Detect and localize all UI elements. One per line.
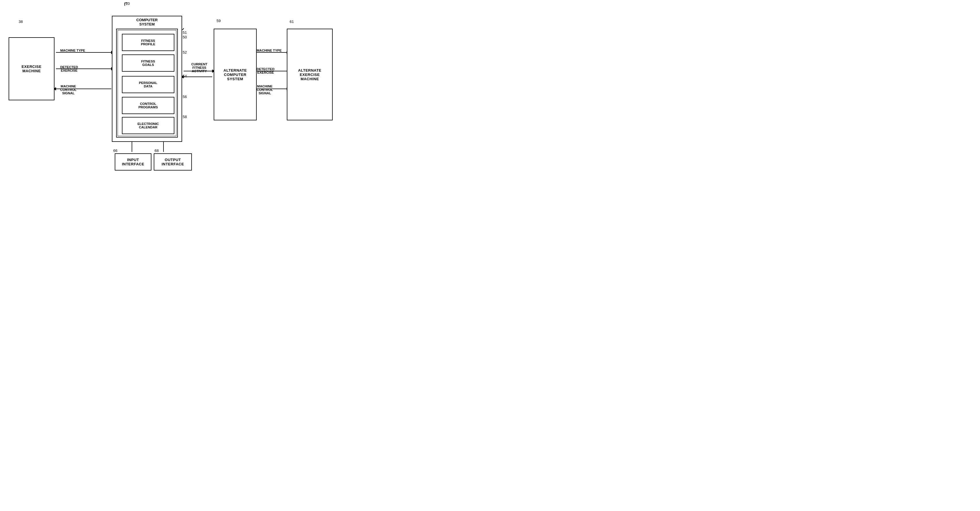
ref-38: 38: [19, 19, 23, 24]
electronic-calendar-label: ELECTRONICCALENDAR: [137, 122, 159, 129]
machine-type-right-label: MACHINE TYPE: [257, 49, 282, 52]
input-interface-box: INPUTINTERFACE: [115, 153, 151, 171]
ref-50: 50: [183, 35, 187, 39]
ref-68: 68: [154, 148, 159, 153]
control-programs-box: CONTROLPROGRAMS: [122, 97, 174, 114]
output-interface-box: OUTPUTINTERFACE: [154, 153, 192, 171]
alternate-exercise-label: ALTERNATEEXERCISEMACHINE: [298, 68, 321, 81]
current-fitness-label: CURRENT FITNESSACTIVITY: [185, 62, 214, 73]
input-interface-label: INPUTINTERFACE: [122, 158, 144, 166]
ref-66: 66: [113, 148, 117, 153]
alternate-computer-label: ALTERNATECOMPUTERSYSTEM: [223, 68, 247, 81]
fitness-profile-box: FITNESSPROFILE: [122, 34, 174, 51]
ref-61: 61: [290, 19, 294, 24]
computer-system-label: COMPUTERSYSTEM: [114, 18, 180, 26]
personal-data-box: PERSONALDATA: [122, 76, 174, 93]
machine-type-left-label: MACHINE TYPE: [60, 49, 85, 52]
detected-exercise-right-label: DETECTEDEXERCISE: [257, 67, 274, 74]
fitness-profile-label: FITNESSPROFILE: [141, 39, 156, 46]
patent-diagram: 10 38 EXERCISEMACHINE COMPUTERSYSTEM 51 …: [0, 0, 344, 178]
ref-10: 10: [126, 2, 130, 6]
alternate-exercise-box: ALTERNATEEXERCISEMACHINE: [287, 29, 332, 121]
electronic-calendar-box: ELECTRONICCALENDAR: [122, 117, 174, 134]
ref-56: 56: [183, 95, 187, 99]
ref-52: 52: [183, 50, 187, 54]
exercise-machine-label: EXERCISEMACHINE: [22, 65, 41, 73]
personal-data-label: PERSONALDATA: [139, 81, 158, 88]
machine-control-left-label: MACHINECONTROLSIGNAL: [60, 84, 76, 95]
fitness-goals-box: FITNESSGOALS: [122, 54, 174, 71]
ref-54: 54: [183, 74, 187, 78]
control-programs-label: CONTROLPROGRAMS: [138, 102, 158, 109]
ref-51: 51: [183, 30, 187, 35]
alternate-computer-box: ALTERNATECOMPUTERSYSTEM: [214, 29, 257, 121]
ref-58: 58: [183, 115, 187, 119]
exercise-machine-box: EXERCISEMACHINE: [9, 37, 54, 100]
output-interface-label: OUTPUTINTERFACE: [161, 158, 184, 166]
ref-59: 59: [216, 19, 221, 23]
machine-control-right-label: MACHINECONTROLSIGNAL: [257, 84, 273, 95]
detected-exercise-left-label: DETECTEDEXERCISE: [60, 65, 78, 72]
fitness-goals-label: FITNESSGOALS: [141, 60, 155, 67]
